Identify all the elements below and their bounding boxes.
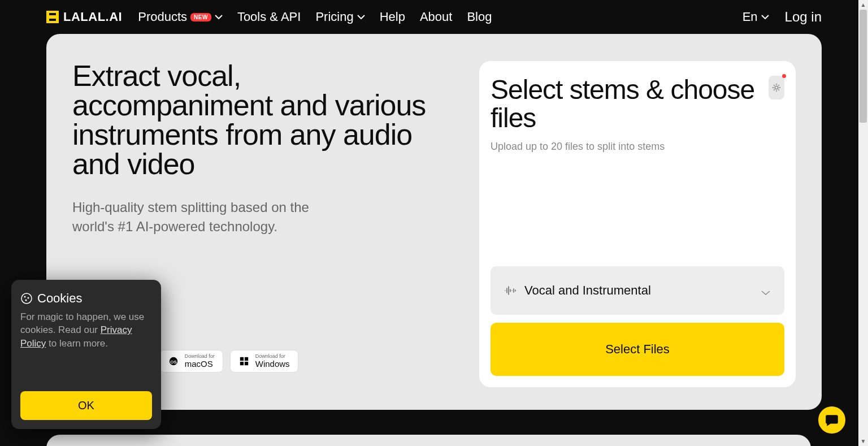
logo-icon [46, 11, 59, 23]
nav-about-label: About [420, 10, 453, 24]
login-link[interactable]: Log in [785, 9, 822, 25]
dl-win-bottom: Windows [255, 360, 290, 369]
header-right: En Log in [743, 9, 822, 25]
language-selector[interactable]: En [743, 10, 769, 24]
select-files-button[interactable]: Select Files [491, 323, 784, 376]
hero-title: Extract vocal, accompaniment and various… [72, 61, 445, 179]
svg-point-6 [775, 86, 778, 89]
waveform-icon [504, 285, 517, 296]
main-card: Extract vocal, accompaniment and various… [46, 34, 822, 410]
scroll-down-icon[interactable]: ▼ [858, 436, 868, 446]
stem-label: Vocal and Instrumental [524, 283, 753, 298]
hero-subtitle: High-quality stem splitting based on the… [72, 198, 344, 236]
panel-header: Select stems & choose files [491, 76, 784, 133]
svg-rect-5 [245, 362, 248, 365]
nav-blog-label: Blog [467, 10, 492, 24]
nav-help[interactable]: Help [380, 10, 405, 24]
cookies-title-text: Cookies [37, 291, 82, 306]
svg-rect-2 [240, 357, 244, 361]
cookies-text: For magic to happen, we use cookies. Rea… [20, 310, 152, 350]
logo[interactable]: LALAL.AI [46, 10, 122, 24]
cookies-ok-button[interactable]: OK [20, 391, 152, 420]
nav-about[interactable]: About [420, 10, 453, 24]
scrollbar[interactable]: ▲ ▼ [858, 0, 868, 446]
settings-button[interactable] [769, 76, 784, 99]
nav-help-label: Help [380, 10, 405, 24]
header: LALAL.AI Products NEW Tools & API Pricin… [0, 0, 868, 34]
new-badge: NEW [190, 13, 211, 21]
stem-selector[interactable]: Vocal and Instrumental [491, 266, 784, 315]
chevron-down-icon [761, 288, 771, 293]
language-label: En [743, 10, 758, 24]
nav-products-label: Products [138, 10, 187, 24]
panel-title: Select stems & choose files [491, 76, 769, 133]
nav-pricing[interactable]: Pricing [315, 10, 364, 24]
cookies-title: Cookies [20, 291, 152, 306]
svg-rect-4 [240, 362, 244, 365]
notification-dot [782, 74, 786, 78]
cookie-icon [20, 292, 33, 305]
scrollbar-thumb[interactable] [860, 10, 867, 123]
chat-icon [824, 413, 839, 427]
svg-point-7 [21, 293, 32, 304]
svg-point-9 [28, 297, 29, 298]
cookies-text2: to learn more. [46, 338, 108, 349]
gear-icon [771, 83, 782, 93]
chat-button[interactable] [818, 406, 845, 434]
upload-panel: Select stems & choose files Upload up to… [479, 61, 796, 387]
nav-pricing-label: Pricing [315, 10, 353, 24]
panel-subtitle: Upload up to 20 files to split into stem… [491, 141, 784, 153]
download-macos[interactable]: OS Download for macOS [159, 350, 223, 373]
nav-tools-label: Tools & API [237, 10, 301, 24]
dl-mac-bottom: macOS [185, 360, 215, 369]
nav-products[interactable]: Products NEW [138, 10, 223, 24]
cookies-modal: Cookies For magic to happen, we use cook… [11, 280, 161, 429]
nav-tools[interactable]: Tools & API [237, 10, 301, 24]
chevron-down-icon [761, 15, 769, 19]
windows-icon [238, 356, 250, 367]
scroll-up-icon[interactable]: ▲ [858, 0, 868, 10]
svg-point-8 [24, 296, 26, 297]
next-section-peek [46, 435, 811, 446]
chevron-down-icon [357, 15, 365, 19]
nav-blog[interactable]: Blog [467, 10, 492, 24]
svg-rect-3 [245, 357, 248, 361]
svg-text:OS: OS [170, 359, 177, 364]
logo-text: LALAL.AI [63, 10, 122, 24]
nav: Products NEW Tools & API Pricing Help Ab… [138, 10, 726, 24]
macos-icon: OS [168, 356, 179, 367]
chevron-down-icon [215, 15, 223, 19]
svg-point-10 [25, 299, 27, 301]
download-windows[interactable]: Download for Windows [230, 350, 298, 373]
